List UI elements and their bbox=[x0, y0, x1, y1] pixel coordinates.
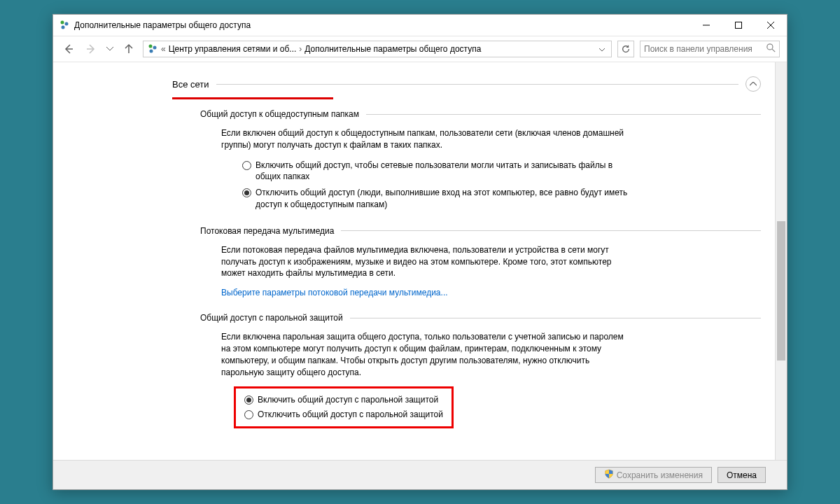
window-controls bbox=[690, 15, 787, 36]
divider bbox=[350, 318, 761, 318]
breadcrumb-separator: « bbox=[161, 44, 166, 54]
highlight-box: Включить общий доступ с парольной защито… bbox=[234, 386, 454, 428]
radio-label: Отключить общий доступ (люди, выполнивши… bbox=[255, 187, 634, 211]
divider bbox=[341, 230, 761, 231]
section-description: Если включена парольная защита общего до… bbox=[221, 331, 627, 378]
addressbar-icon bbox=[147, 43, 158, 55]
search-box[interactable] bbox=[640, 41, 780, 57]
cancel-label: Отмена bbox=[727, 470, 757, 480]
radio-icon bbox=[242, 188, 251, 197]
shield-icon bbox=[604, 469, 614, 481]
cancel-button[interactable]: Отмена bbox=[718, 467, 766, 483]
section-title: Общий доступ к общедоступным папкам bbox=[200, 109, 359, 119]
group-header-row: Все сети bbox=[172, 76, 761, 92]
window: Дополнительные параметры общего доступа bbox=[52, 14, 788, 490]
section-title: Общий доступ с парольной защитой bbox=[200, 313, 343, 323]
breadcrumb-item-2[interactable]: Дополнительные параметры общего доступа bbox=[304, 44, 481, 54]
svg-point-0 bbox=[61, 21, 64, 24]
group-title: Все сети bbox=[172, 79, 209, 90]
section-password-protection: Общий доступ с парольной защитой Если вк… bbox=[200, 313, 761, 428]
save-button[interactable]: Сохранить изменения bbox=[595, 467, 712, 483]
search-input[interactable] bbox=[644, 44, 766, 54]
svg-point-1 bbox=[65, 22, 69, 26]
radio-disable-public[interactable]: Отключить общий доступ (люди, выполнивши… bbox=[242, 187, 634, 211]
back-button[interactable] bbox=[60, 41, 77, 57]
breadcrumb-item-1[interactable]: Центр управления сетями и об... bbox=[169, 44, 297, 54]
minimize-button[interactable] bbox=[690, 15, 722, 36]
svg-point-11 bbox=[153, 46, 157, 50]
media-options-link[interactable]: Выберите параметры потоковой передачи му… bbox=[221, 288, 761, 298]
content-area: Все сети Общий доступ к общедоступным па… bbox=[53, 62, 787, 460]
up-button[interactable] bbox=[120, 41, 137, 57]
radio-label: Включить общий доступ с парольной защито… bbox=[258, 394, 438, 406]
radio-label: Отключить общий доступ с парольной защит… bbox=[258, 409, 443, 421]
svg-rect-4 bbox=[736, 22, 742, 29]
radio-icon bbox=[242, 161, 251, 170]
svg-point-13 bbox=[767, 44, 773, 50]
section-title: Потоковая передача мультимедиа bbox=[200, 226, 334, 236]
addressbar-dropdown[interactable] bbox=[596, 44, 608, 54]
radio-label: Включить общий доступ, чтобы сетевые пол… bbox=[255, 160, 634, 183]
section-public-folders: Общий доступ к общедоступным папкам Если… bbox=[200, 109, 761, 211]
scrollbar-thumb[interactable] bbox=[777, 221, 785, 360]
breadcrumb-chevron-icon: › bbox=[299, 44, 302, 54]
app-icon bbox=[59, 20, 70, 31]
radio-icon bbox=[244, 396, 253, 405]
scrollbar[interactable] bbox=[775, 62, 787, 460]
footer: Сохранить изменения Отмена bbox=[53, 460, 787, 489]
svg-line-14 bbox=[772, 49, 775, 52]
highlight-underline bbox=[172, 97, 333, 99]
section-media-streaming: Потоковая передача мультимедиа Если пото… bbox=[200, 226, 761, 298]
save-label: Сохранить изменения bbox=[617, 470, 703, 480]
search-icon bbox=[766, 43, 776, 55]
section-description: Если включен общий доступ к общедоступны… bbox=[221, 127, 627, 151]
recent-dropdown[interactable] bbox=[105, 41, 115, 57]
svg-point-10 bbox=[149, 45, 153, 48]
divider bbox=[216, 84, 738, 85]
maximize-button[interactable] bbox=[722, 15, 755, 36]
addressbar[interactable]: « Центр управления сетями и об... › Допо… bbox=[143, 41, 612, 57]
refresh-button[interactable] bbox=[617, 41, 634, 57]
titlebar: Дополнительные параметры общего доступа bbox=[53, 15, 787, 36]
radio-enable-password[interactable]: Включить общий доступ с парольной защито… bbox=[244, 394, 443, 406]
divider bbox=[366, 114, 761, 115]
radio-enable-public[interactable]: Включить общий доступ, чтобы сетевые пол… bbox=[242, 160, 634, 183]
content-panel: Все сети Общий доступ к общедоступным па… bbox=[53, 62, 775, 460]
close-button[interactable] bbox=[755, 15, 787, 36]
radio-disable-password[interactable]: Отключить общий доступ с парольной защит… bbox=[244, 409, 443, 421]
section-description: Если потоковая передача файлов мультимед… bbox=[221, 244, 627, 279]
svg-point-12 bbox=[150, 50, 153, 53]
radio-icon bbox=[244, 410, 253, 419]
svg-point-2 bbox=[62, 26, 65, 29]
forward-button[interactable] bbox=[83, 41, 99, 57]
collapse-button[interactable] bbox=[746, 76, 761, 92]
radio-group-public-folders: Включить общий доступ, чтобы сетевые пол… bbox=[242, 160, 634, 211]
navbar: « Центр управления сетями и об... › Допо… bbox=[53, 36, 787, 62]
window-title: Дополнительные параметры общего доступа bbox=[74, 20, 690, 30]
